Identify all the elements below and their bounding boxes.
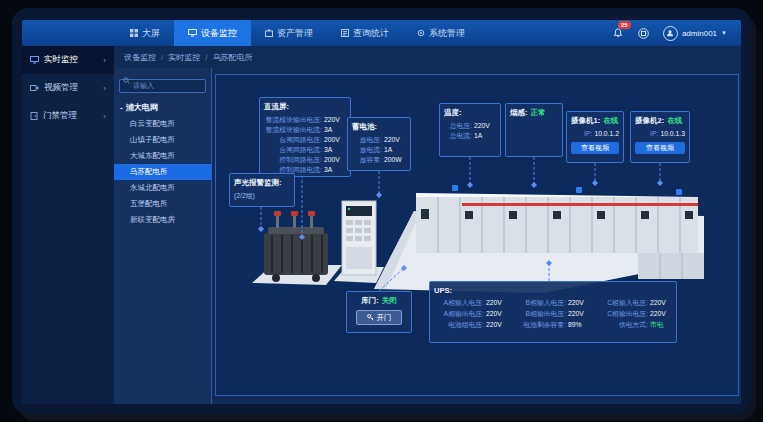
asset-box-icon [265,29,273,37]
tree-item-station[interactable]: 五堡配电所 [114,196,211,212]
metric-label: 整流模块输出电流: [264,125,322,135]
bell-icon [613,28,623,38]
panel-title: 摄像机2: 在线 [635,116,685,126]
user-menu[interactable]: admin001 ▼ [663,26,727,41]
open-door-button[interactable]: 开门 [356,310,402,325]
view-video-button[interactable]: 查看视频 [571,142,619,154]
chevron-right-icon: › [103,84,106,93]
collapse-icon: - [120,103,123,112]
breadcrumb-item[interactable]: 设备监控 [124,52,156,63]
top-nav-items: 大屏 设备监控 资产管理 查询统计 系统管理 [116,20,479,46]
monitor-icon [30,56,39,64]
metric-label: 总电压: [444,121,472,131]
panel-title: 摄像机1: 在线 [571,116,619,126]
metric-value: 89% [568,320,590,330]
metric-value: 200W [384,155,406,165]
nav-item-dashboard[interactable]: 大屏 [116,20,174,46]
tree-item-station[interactable]: 山镇子配电所 [114,132,211,148]
tree-item-station[interactable]: 永城北配电所 [114,180,211,196]
sound-light-alarm-panel: 声光报警监测: (2/2组) [229,173,295,207]
report-icon [341,29,349,37]
metric-value: 220V [568,309,590,319]
sidebar-item-label: 实时监控 [44,54,78,66]
user-icon [666,29,674,37]
avatar [663,26,678,41]
metric-label: 合闸回路电压: [264,135,322,145]
metric-label: 整流模块输出电压: [264,115,322,125]
metric-label: 合闸回路电流: [264,145,322,155]
nav-label: 查询统计 [353,27,389,40]
metric-label: 电池组电压: [434,320,484,330]
metric-label: 总电流: [444,131,472,141]
breadcrumb-separator: / [161,53,163,62]
app-window: 大屏 设备监控 资产管理 查询统计 系统管理 25 [12,8,751,414]
panel-title: UPS: [434,286,672,295]
nav-item-query-stats[interactable]: 查询统计 [327,20,403,46]
nav-item-device-monitor[interactable]: 设备监控 [174,20,251,46]
camera2-panel: 摄像机2: 在线 IP:10.0.1.3 查看视频 [630,111,690,163]
metric-label: B相输入电压: [516,298,566,308]
metric-value: 220V [486,320,508,330]
open-door-label: 开门 [377,311,392,324]
battery-panel: 蓄电池: 放电压:220V 放电流:1A 放容量:200W [347,117,411,171]
tree-item-station[interactable]: 新联变配电房 [114,212,211,228]
ups-panel: UPS: A相输入电压:220V B相输入电压:220V C相输入电压:220V… [429,281,677,343]
metric-label: 放电压: [352,135,382,145]
metric-value: 1A [474,131,496,141]
sidebar-item-label: 视频管理 [44,82,78,94]
notification-bell-button[interactable]: 25 [611,26,625,40]
notification-badge: 25 [618,21,631,29]
tree-item-station[interactable]: 白云变配电所 [114,116,211,132]
panel-title: 声光报警监测: [234,178,290,188]
tree-root-node[interactable]: - 浦大电网 [114,99,211,116]
ip-value: 10.0.1.3 [660,129,685,139]
ups-metrics-grid: A相输入电压:220V B相输入电压:220V C相输入电压:220V A相输出… [434,298,672,330]
breadcrumb-item[interactable]: 乌苏配电所 [212,52,252,63]
door-panel: 库门: 关闭 开门 [346,291,412,333]
tree-root-label: 浦大电网 [126,102,158,113]
panel-title-text: 库门: [361,296,379,306]
metric-value: 220V [486,298,508,308]
metric-label: 供电方式: [598,320,648,330]
ip-label: IP: [635,129,658,139]
sidebar-item-realtime-monitor[interactable]: 实时监控 › [22,46,114,74]
metric-value: 220V [384,135,406,145]
power-room-3d-scene [246,161,716,296]
metric-label: A相输入电压: [434,298,484,308]
sidebar-item-access-control[interactable]: 门禁管理 › [22,102,114,130]
breadcrumb-item[interactable]: 实时监控 [168,52,200,63]
sidebar-item-video-manage[interactable]: 视频管理 › [22,74,114,102]
topbar-right: 25 admin001 ▼ [611,26,741,41]
panel-title: 蓄电池: [352,122,406,132]
chevron-right-icon: › [103,112,106,121]
metric-value: 3A [324,165,346,175]
breadcrumb: 设备监控 / 实时监控 / 乌苏配电所 [114,46,741,68]
search-input[interactable] [119,79,206,93]
door-icon [30,112,38,120]
fullscreen-button[interactable] [637,26,651,40]
metric-value-power-mode: 市电 [650,320,672,330]
nav-item-assets[interactable]: 资产管理 [251,20,327,46]
metric-label: 电池剩余容量: [516,320,566,330]
status-badge: 在线 [667,116,682,126]
tree-item-station-selected[interactable]: 乌苏配电所 [114,164,211,180]
nav-label: 设备监控 [201,27,237,40]
nav-item-system[interactable]: 系统管理 [403,20,479,46]
username-label: admin001 [682,29,717,38]
tree-item-station[interactable]: 大城东配电所 [114,148,211,164]
metric-value: 220V [568,298,590,308]
panel-title: 烟感: 正常 [510,108,558,118]
sidebar-item-label: 门禁管理 [43,110,77,122]
panel-title-text: 摄像机2: [635,116,664,126]
camera1-panel: 摄像机1: 在线 IP:10.0.1.2 查看视频 [566,111,624,163]
breadcrumb-separator: / [205,53,207,62]
metric-label: B相输出电压: [516,309,566,319]
panel-title-text: 烟感: [510,108,528,118]
temperature-panel: 温度: 总电压:220V 总电流:1A [439,103,501,157]
view-video-button[interactable]: 查看视频 [635,142,685,154]
ip-label: IP: [571,129,592,139]
transformer-3d [264,211,328,282]
panel-title: 库门: 关闭 [351,296,407,306]
status-badge: 在线 [603,116,618,126]
metric-value: 220V [324,115,346,125]
